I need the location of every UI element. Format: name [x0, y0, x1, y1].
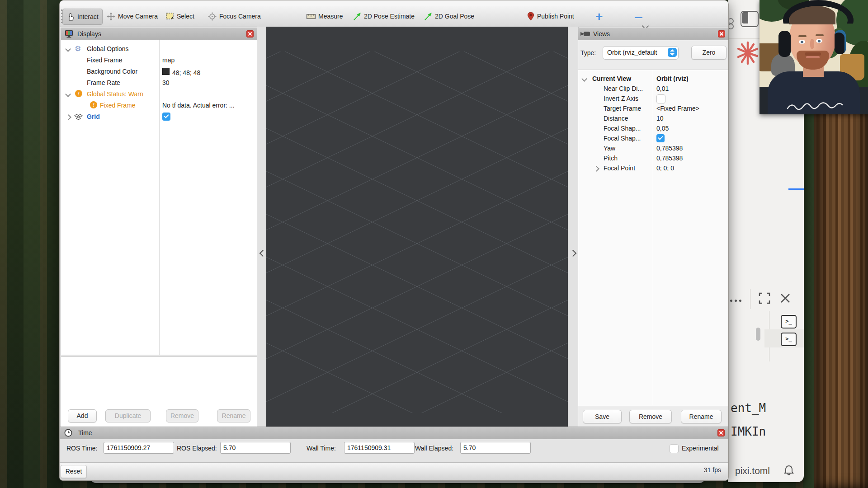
prop-row-focal-point[interactable]: Focal Point 0; 0; 0: [578, 164, 729, 174]
prop-label: Distance: [604, 115, 628, 122]
gear-icon: ⚙: [75, 44, 81, 53]
prop-label: Near Clip Di...: [604, 85, 643, 92]
tool-label: 2D Goal Pose: [435, 13, 474, 20]
rename-view-button[interactable]: Rename: [681, 410, 722, 423]
wall-time-input[interactable]: [344, 442, 415, 454]
ros-elapsed-label: ROS Elapsed:: [177, 445, 217, 452]
prop-row-focal-shape-size[interactable]: Focal Shap... 0,05: [578, 124, 729, 134]
row-value[interactable]: 30: [162, 79, 170, 86]
sidebar-toggle-icon[interactable]: [741, 11, 759, 27]
prop-value[interactable]: 0,01: [656, 85, 669, 92]
prop-row-current-view[interactable]: Current View Orbit (rviz): [578, 74, 729, 84]
zero-button[interactable]: Zero: [691, 46, 726, 60]
prop-row-target-frame[interactable]: Target Frame <Fixed Frame>: [578, 104, 729, 114]
right-splitter[interactable]: [568, 27, 579, 427]
statusbar-filename[interactable]: pixi.toml: [735, 465, 770, 476]
reset-button[interactable]: Reset: [61, 465, 87, 478]
headphone-earcup: [835, 30, 846, 54]
experimental-checkbox[interactable]: [670, 444, 679, 453]
ros-elapsed-input[interactable]: [220, 442, 291, 454]
expander-icon[interactable]: [581, 76, 587, 82]
tool-measure[interactable]: Measure: [307, 9, 343, 24]
prop-value[interactable]: 0,785398: [656, 145, 683, 152]
prop-value[interactable]: 10: [656, 115, 664, 122]
focal-shape-checkbox[interactable]: [656, 134, 665, 142]
prop-row-invert-z[interactable]: Invert Z Axis: [578, 94, 729, 104]
terminal-icon[interactable]: >_: [781, 315, 797, 328]
prop-row-yaw[interactable]: Yaw 0,785398: [578, 144, 729, 154]
expander-icon[interactable]: [66, 114, 71, 120]
collapse-left-icon[interactable]: [259, 250, 267, 257]
close-panel-icon[interactable]: [246, 30, 254, 38]
prop-row-distance[interactable]: Distance 10: [578, 114, 729, 124]
tree-row-grid[interactable]: Grid: [61, 112, 257, 123]
scrollbar-thumb[interactable]: [756, 328, 760, 341]
add-tool-button[interactable]: +: [595, 9, 603, 24]
prop-value[interactable]: <Fixed Frame>: [656, 105, 699, 112]
tree-row-background-color[interactable]: Background Color 48; 48; 48: [61, 66, 257, 78]
prop-row-pitch[interactable]: Pitch 0,785398: [578, 154, 729, 164]
duplicate-display-button[interactable]: Duplicate: [105, 409, 151, 422]
prop-value[interactable]: 0,05: [656, 125, 669, 132]
views-panel-header[interactable]: Views: [578, 28, 729, 40]
bell-icon[interactable]: [783, 465, 794, 476]
tree-row-frame-rate[interactable]: Frame Rate 30: [61, 78, 257, 89]
wall-elapsed-input[interactable]: [460, 442, 531, 454]
prop-value[interactable]: 0,785398: [656, 155, 683, 162]
close-panel-icon[interactable]: [718, 30, 725, 38]
tree-row-fixed-frame-warning[interactable]: ! Fixed Frame No tf data. Actual error: …: [61, 100, 257, 112]
add-display-button[interactable]: Add: [68, 409, 97, 422]
prop-row-focal-shape-fixed[interactable]: Focal Shap...: [578, 134, 729, 144]
experimental-label: Experimental: [682, 445, 719, 452]
invert-z-checkbox[interactable]: [656, 94, 665, 103]
prop-label: Focal Shap...: [604, 135, 641, 142]
status-bar: Reset 31 fps: [60, 462, 728, 481]
more-menu-icon[interactable]: [730, 296, 746, 299]
row-label: Grid: [87, 113, 100, 120]
tool-focus-camera[interactable]: Focus Camera: [208, 9, 261, 24]
tool-2d-pose-estimate[interactable]: 2D Pose Estimate: [353, 9, 415, 24]
stepper-icon[interactable]: [668, 48, 677, 57]
collapse-right-icon[interactable]: [570, 250, 577, 257]
wall-elapsed-label: Wall Elapsed:: [415, 445, 453, 452]
blue-divider: [788, 188, 804, 190]
row-value[interactable]: No tf data. Actual error: ...: [162, 102, 255, 109]
view-type-dropdown[interactable]: Orbit (rviz_default: [603, 46, 679, 60]
green-arrow-icon: [353, 12, 361, 20]
terminal-icon[interactable]: >_: [781, 333, 797, 346]
close-panel-icon[interactable]: [717, 429, 725, 436]
tree-row-global-status[interactable]: ! Global Status: Warn: [61, 89, 257, 100]
prop-value[interactable]: 0; 0; 0: [656, 164, 674, 172]
tool-publish-point[interactable]: Publish Point: [527, 9, 574, 24]
time-panel-header[interactable]: Time: [60, 427, 728, 439]
row-value[interactable]: map: [162, 56, 175, 64]
displays-panel-header[interactable]: Displays: [61, 28, 257, 40]
ground-grid: [266, 27, 568, 427]
remove-view-button[interactable]: Remove: [629, 410, 672, 423]
save-view-button[interactable]: Save: [583, 410, 622, 423]
rviz-window: Interact Move Camera Select: [59, 0, 729, 481]
remove-display-button[interactable]: Remove: [166, 409, 198, 422]
grid-enabled-checkbox[interactable]: [162, 113, 170, 121]
tool-move-camera[interactable]: Move Camera: [107, 9, 158, 24]
expander-icon[interactable]: [65, 91, 71, 97]
remove-tool-button[interactable]: [635, 17, 642, 18]
close-icon[interactable]: [779, 292, 792, 305]
tool-interact[interactable]: Interact: [62, 9, 103, 25]
expander-icon[interactable]: [65, 46, 71, 52]
prop-row-near-clip[interactable]: Near Clip Di... 0,01: [578, 84, 729, 94]
row-value[interactable]: 48; 48; 48: [162, 68, 172, 75]
left-splitter[interactable]: [257, 27, 267, 427]
tool-2d-goal-pose[interactable]: 2D Goal Pose: [424, 9, 474, 24]
webcam-overlay: [760, 0, 868, 114]
tree-row-global-options[interactable]: ⚙ Global Options: [61, 44, 257, 55]
ros-time-input[interactable]: [104, 442, 174, 454]
expand-icon[interactable]: [758, 292, 771, 305]
tree-row-fixed-frame[interactable]: Fixed Frame map: [61, 55, 257, 66]
expander-icon[interactable]: [594, 166, 599, 172]
3d-viewport[interactable]: [266, 27, 568, 427]
person-eye: [816, 39, 822, 43]
tool-select[interactable]: Select: [166, 9, 194, 24]
rename-display-button[interactable]: Rename: [217, 409, 250, 422]
tool-label: Measure: [318, 13, 343, 20]
